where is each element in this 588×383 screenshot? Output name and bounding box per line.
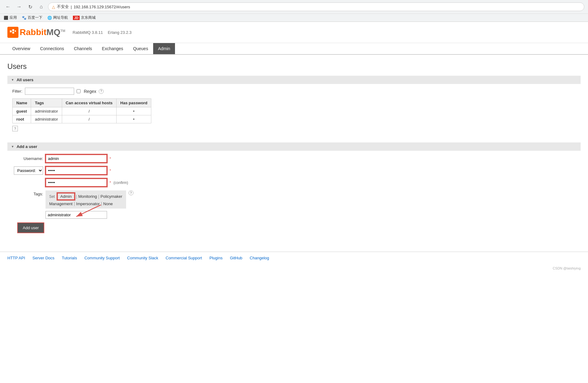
tag-monitoring-text[interactable]: Monitoring xyxy=(78,194,97,199)
nav-connections[interactable]: Connections xyxy=(35,43,69,54)
all-users-panel-body: Filter: Regex ? Name Tags Can access vir… xyxy=(7,84,581,135)
rmq-nav: Overview Connections Channels Exchanges … xyxy=(0,43,588,55)
add-user-collapse-arrow-icon: ▼ xyxy=(11,145,14,148)
bookmarks-bar: ⬛ 应用 🐾 百度一下 🌐 网址导航 JD 京东商城 xyxy=(0,14,588,22)
add-user-panel: ▼ Add a user Username: * Password: xyxy=(7,142,581,237)
username-input[interactable] xyxy=(46,154,107,163)
tag-admin-button[interactable]: Admin xyxy=(57,193,75,200)
filter-input[interactable] xyxy=(25,88,74,95)
nav-overview[interactable]: Overview xyxy=(7,43,35,54)
confirm-required-star: * xyxy=(109,180,111,185)
rmq-main: Users ▼ All users Filter: Regex ? xyxy=(0,55,588,252)
col-virtual-hosts: Can access virtual hosts xyxy=(62,99,116,107)
tags-line-1: Set Admin | Monitoring | Policymaker xyxy=(49,193,122,200)
svg-rect-1 xyxy=(12,29,14,31)
confirm-password-input[interactable] xyxy=(46,178,107,187)
tag-management-text[interactable]: Management xyxy=(49,201,73,206)
nav-exchanges[interactable]: Exchanges xyxy=(97,43,128,54)
user-vhosts-guest: / xyxy=(62,107,116,115)
password-input[interactable] xyxy=(46,166,107,175)
forward-button[interactable]: → xyxy=(15,2,23,11)
browser-toolbar: ← → ↻ ⌂ △ 不安全 | 192.168.176.129:15672/#/… xyxy=(0,0,588,14)
bookmark-baidu[interactable]: 🐾 百度一下 xyxy=(22,15,42,20)
password-type-select[interactable]: Password: xyxy=(14,166,43,175)
user-name-root[interactable]: root xyxy=(13,115,31,123)
footer-tutorials[interactable]: Tutorials xyxy=(62,256,77,260)
confirm-hint: (confirm) xyxy=(113,181,128,185)
rmq-footer: HTTP API Server Docs Tutorials Community… xyxy=(0,252,588,264)
nav-admin[interactable]: Admin xyxy=(153,43,175,54)
tags-set-label: Set xyxy=(49,194,55,199)
rabbitmq-version: RabbitMQ 3.8.11 xyxy=(73,30,103,35)
svg-rect-0 xyxy=(10,30,12,32)
warning-text: 不安全 xyxy=(57,4,69,10)
rmq-header: RabbitMQTM RabbitMQ 3.8.11 Erlang 23.2.3 xyxy=(0,22,588,43)
tag-separator-2: | xyxy=(98,194,99,199)
nav-icon: 🌐 xyxy=(47,16,52,20)
footer-community-slack[interactable]: Community Slack xyxy=(127,256,158,260)
filter-row: Filter: Regex ? xyxy=(12,88,576,95)
tags-row: Tags: Set Admin | Monitoring | Polic xyxy=(12,190,576,219)
arrow-annotation-svg xyxy=(70,202,107,220)
reload-button[interactable]: ↻ xyxy=(26,2,34,11)
footer-http-api[interactable]: HTTP API xyxy=(7,256,25,260)
filter-label: Filter: xyxy=(12,89,22,94)
user-vhosts-root: / xyxy=(62,115,116,123)
tag-policymaker-text[interactable]: Policymaker xyxy=(101,194,122,199)
tag-separator-1: | xyxy=(76,194,77,199)
user-password-root: • xyxy=(117,115,151,123)
col-has-password: Has password xyxy=(117,99,151,107)
all-users-panel-header[interactable]: ▼ All users xyxy=(7,76,581,84)
bookmark-apps[interactable]: ⬛ 应用 xyxy=(4,15,17,20)
apps-icon: ⬛ xyxy=(4,16,8,20)
svg-rect-2 xyxy=(12,32,14,34)
rmq-logo-text: RabbitMQTM xyxy=(20,27,65,37)
bookmark-jd[interactable]: JD 京东商城 xyxy=(73,15,96,20)
footer-changelog[interactable]: Changelog xyxy=(250,256,269,260)
nav-queues[interactable]: Queues xyxy=(128,43,153,54)
jd-icon: JD xyxy=(73,16,80,20)
svg-line-5 xyxy=(76,205,101,217)
erlang-version: Erlang 23.2.3 xyxy=(108,30,131,35)
confirm-password-row: * (confirm) xyxy=(12,178,576,187)
rmq-logo: RabbitMQTM xyxy=(7,27,65,38)
rabbitmq-logo-icon xyxy=(7,27,18,38)
user-tags-root: administrator xyxy=(31,115,62,123)
footer-commercial-support[interactable]: Commercial Support xyxy=(166,256,202,260)
table-help-icon[interactable]: ? xyxy=(12,126,18,131)
username-row: Username: * xyxy=(12,154,576,163)
url-text: 192.168.176.129:15672/#/users xyxy=(74,5,130,9)
tags-help-icon[interactable]: ? xyxy=(129,190,133,195)
footer-plugins[interactable]: Plugins xyxy=(209,256,223,260)
add-user-panel-header[interactable]: ▼ Add a user xyxy=(7,142,581,151)
regex-checkbox[interactable] xyxy=(77,89,81,93)
rmq-version-info: RabbitMQ 3.8.11 Erlang 23.2.3 xyxy=(73,30,132,35)
footer-github[interactable]: GitHub xyxy=(230,256,242,260)
bookmark-nav[interactable]: 🌐 网址导航 xyxy=(47,15,68,20)
watermark: CSDN @laishiying xyxy=(0,264,588,273)
add-user-title: Add a user xyxy=(17,144,37,149)
page-content: RabbitMQTM RabbitMQ 3.8.11 Erlang 23.2.3… xyxy=(0,22,588,380)
password-row: Password: * xyxy=(12,166,576,175)
tags-input-row xyxy=(46,211,133,219)
password-required-star: * xyxy=(109,168,111,173)
username-required-star: * xyxy=(109,156,111,161)
footer-community-support[interactable]: Community Support xyxy=(84,256,120,260)
page-title: Users xyxy=(7,62,581,71)
all-users-panel: ▼ All users Filter: Regex ? Name Tags xyxy=(7,76,581,135)
home-button[interactable]: ⌂ xyxy=(37,2,46,11)
username-label: Username: xyxy=(12,156,43,161)
add-user-panel-body: Username: * Password: * xyxy=(7,151,581,237)
address-bar[interactable]: △ 不安全 | 192.168.176.129:15672/#/users xyxy=(48,2,584,11)
footer-server-docs[interactable]: Server Docs xyxy=(33,256,55,260)
add-user-button[interactable]: Add user xyxy=(17,222,44,233)
nav-channels[interactable]: Channels xyxy=(69,43,97,54)
security-warning-icon: △ xyxy=(52,5,55,9)
regex-label: Regex xyxy=(84,89,96,94)
user-name-guest[interactable]: guest xyxy=(13,107,31,115)
user-tags-guest: administrator xyxy=(31,107,62,115)
regex-help-icon[interactable]: ? xyxy=(99,89,104,94)
col-tags: Tags xyxy=(31,99,62,107)
back-button[interactable]: ← xyxy=(4,2,12,11)
all-users-title: All users xyxy=(17,78,34,82)
